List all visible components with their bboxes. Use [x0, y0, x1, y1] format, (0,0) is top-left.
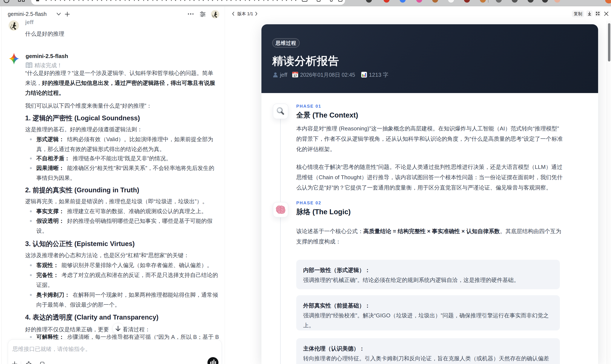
- svg-text:JUL: JUL: [294, 72, 296, 74]
- svg-text:17: 17: [293, 74, 297, 77]
